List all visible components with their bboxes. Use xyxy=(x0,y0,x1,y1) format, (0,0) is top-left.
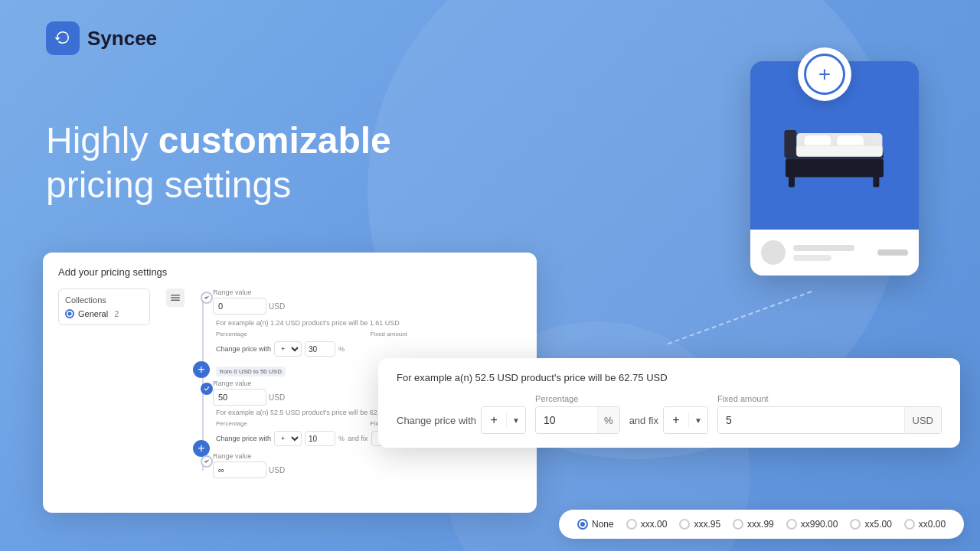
radio-xxx95[interactable]: xxx.95 xyxy=(679,519,720,530)
logo-area: Syncee xyxy=(46,21,157,55)
svg-rect-9 xyxy=(171,295,180,296)
range-label-1: Range value xyxy=(213,289,285,296)
fixed-input-expanded[interactable] xyxy=(718,407,904,433)
radio-xxx99[interactable]: xxx.99 xyxy=(733,519,774,530)
pct-sign-2: % xyxy=(338,435,345,442)
pct-sign-expanded: % xyxy=(597,407,619,433)
product-price-line xyxy=(877,249,908,256)
logo-text: Syncee xyxy=(87,27,157,51)
op-dropdown-btn[interactable]: ▼ xyxy=(507,407,525,433)
radio-xx5[interactable]: xx5.00 xyxy=(850,519,891,530)
fixed-header-1: Fixed amount xyxy=(371,331,522,337)
svg-rect-6 xyxy=(796,145,882,156)
range-label-3: Range value xyxy=(213,452,521,460)
and-fix-label-2: and fix xyxy=(348,435,368,442)
radio-xxx00[interactable]: xxx.00 xyxy=(626,519,668,530)
collections-panel: Collections General 2 xyxy=(58,289,150,478)
range-input-area-1: Range value USD xyxy=(213,289,285,315)
range-row-1: Range value USD xyxy=(213,289,521,315)
add-rule-btn-1-container: + xyxy=(193,361,210,378)
syncee-logo-icon xyxy=(46,21,80,55)
svg-rect-8 xyxy=(873,176,879,187)
range-unit-1: USD xyxy=(269,302,285,311)
radio-xx0[interactable]: xx0.00 xyxy=(904,519,946,530)
pct-input-expanded[interactable] xyxy=(536,407,597,433)
radio-xx990-circle xyxy=(786,519,797,530)
product-card-info xyxy=(750,230,919,276)
collections-label: Collections xyxy=(65,295,143,305)
radio-xx5-circle xyxy=(850,519,861,530)
range-unit-2: USD xyxy=(269,393,285,402)
pct-section-label: Percentage xyxy=(535,394,620,403)
headline-normal: Highly xyxy=(46,120,158,161)
col-headers-1: Percentage Fixed amount xyxy=(213,331,521,339)
rule-row-3: Range value USD xyxy=(213,452,521,478)
spacer-label: — xyxy=(397,394,526,403)
and-fix-group: — and fix + ▼ xyxy=(629,394,708,434)
check-dot-2 xyxy=(201,383,213,395)
range-unit-3: USD xyxy=(269,466,285,474)
pricing-card-title: Add your pricing settings xyxy=(58,266,521,278)
change-price-row-1: Change price with + % xyxy=(213,341,521,357)
radio-none-label: None xyxy=(592,519,614,530)
percentage-group: Percentage % xyxy=(535,394,620,434)
change-price-expanded-label: Change price with xyxy=(397,415,476,426)
product-lines xyxy=(793,245,870,261)
rule-row-1: Range value USD xyxy=(213,289,521,315)
op-plus-btn[interactable]: + xyxy=(482,407,506,433)
op-select-1[interactable]: + xyxy=(274,341,302,357)
range-input-1[interactable] xyxy=(213,298,266,315)
svg-rect-10 xyxy=(171,297,180,298)
radio-xxx99-circle xyxy=(733,519,743,530)
general-count: 2 xyxy=(114,309,119,318)
radio-xx5-label: xx5.00 xyxy=(864,519,891,530)
op-select-2[interactable]: + xyxy=(274,431,302,446)
expanded-example-text: For example a(n) 52.5 USD product's pric… xyxy=(397,372,942,383)
svg-rect-1 xyxy=(786,159,884,178)
pct-header-2: Percentage xyxy=(216,420,368,427)
range-label-2: Range value xyxy=(213,380,285,387)
product-line-1 xyxy=(793,245,854,251)
radio-xx0-label: xx0.00 xyxy=(919,519,946,530)
expanded-controls-row: — Change price with + ▼ Percentage % — xyxy=(397,394,942,434)
fix-op-dropdown-btn[interactable]: ▼ xyxy=(689,407,707,433)
radio-xxx95-circle xyxy=(679,519,690,530)
from-to-badge: from 0 USD to 50 USD xyxy=(216,367,286,377)
fixed-amount-group: Fixed amount USD xyxy=(717,394,942,434)
pct-input-2[interactable] xyxy=(305,431,335,446)
pct-input-1[interactable] xyxy=(305,341,335,357)
pct-input-group: % xyxy=(535,406,620,434)
add-rule-btn-2-container: + xyxy=(193,440,210,457)
headline-area: Highly customizable pricing settings xyxy=(46,119,391,207)
range-input-3[interactable] xyxy=(213,461,266,478)
and-fix-row: and fix + ▼ xyxy=(629,406,708,434)
expanded-pricing-card: For example a(n) 52.5 USD product's pric… xyxy=(378,358,960,448)
main-headline: Highly customizable pricing settings xyxy=(46,119,391,207)
range-input-area-2: Range value USD xyxy=(213,380,285,406)
settings-icon xyxy=(166,289,185,307)
fix-op-plus-btn[interactable]: + xyxy=(664,407,688,433)
op-btn-group[interactable]: + ▼ xyxy=(481,406,526,434)
icon-column xyxy=(156,289,194,478)
add-rule-btn-2[interactable]: + xyxy=(193,440,210,457)
collections-box: Collections General 2 xyxy=(58,289,150,325)
radio-none[interactable]: None xyxy=(577,519,614,530)
headline-line2: pricing settings xyxy=(46,165,291,205)
collections-item: General 2 xyxy=(65,309,143,318)
product-avatar xyxy=(761,240,786,265)
headline-bold: customizable xyxy=(158,120,391,161)
fix-op-btn-group[interactable]: + ▼ xyxy=(663,406,708,434)
fixed-input-group: USD xyxy=(717,406,942,434)
radio-xxx95-label: xxx.95 xyxy=(694,519,720,530)
add-product-button[interactable]: + xyxy=(798,47,851,101)
radio-none-circle xyxy=(577,519,588,530)
radio-xxx00-circle xyxy=(626,519,637,530)
check-dot-1 xyxy=(201,292,213,304)
change-price-group: — Change price with + ▼ xyxy=(397,394,526,434)
fixed-unit-expanded: USD xyxy=(904,407,941,433)
radio-xx990[interactable]: xx990.00 xyxy=(786,519,838,530)
add-icon: + xyxy=(804,54,845,95)
add-rule-btn-1[interactable]: + xyxy=(193,361,210,378)
range-input-2[interactable] xyxy=(213,389,266,406)
example-1: For example a(n) 1.24 USD product's pric… xyxy=(213,319,521,327)
